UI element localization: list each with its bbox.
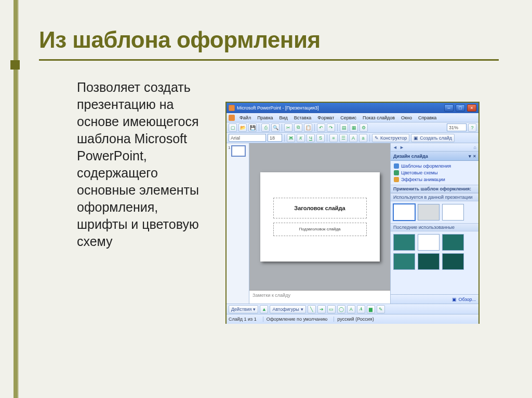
status-lang: русский (Россия) [334,317,374,322]
menu-help[interactable]: Справка [416,115,439,121]
menu-slideshow[interactable]: Показ слайдов [360,115,397,121]
home-icon[interactable]: ⌂ [474,145,476,150]
bold-button[interactable]: Ж [287,134,295,142]
redo-icon[interactable]: ↷ [327,123,335,132]
templates-icon [394,163,399,169]
menu-view[interactable]: Вид [277,115,290,121]
print-icon[interactable]: ⎙ [261,123,270,132]
linecolor-icon[interactable]: ✎ [377,305,385,313]
rect-icon[interactable]: ▭ [327,305,336,313]
hyperlink-icon[interactable]: ⚙ [360,123,368,132]
link-colors[interactable]: Цветовые схемы [394,170,475,175]
title-bullet [10,60,20,70]
window-title: Microsoft PowerPoint - [Презентация3] [237,105,318,111]
autoshapes-button[interactable]: Автофигуры▾ [270,305,305,313]
forward-icon[interactable]: ► [400,145,404,150]
cut-icon[interactable]: ✂ [284,123,292,132]
underline-button[interactable]: Ч [307,134,315,142]
maximize-button[interactable]: □ [456,104,465,112]
template-thumb[interactable] [442,204,464,221]
constructor-label: Конструктор [380,135,407,141]
used-thumbs [391,201,478,223]
chevron-down-icon: ▾ [253,307,256,312]
task-pane: ◄ ► ⌂ Дизайн слайда ▾ × Шаблоны оформлен… [390,143,478,304]
close-pane-icon[interactable]: × [473,154,476,159]
browse-link[interactable]: Обзор... [459,297,476,302]
pointer-icon[interactable]: ▲ [260,305,268,313]
new-slide-button[interactable]: ▣ Создать слайд [411,134,455,142]
bullets-icon[interactable]: ☰ [339,134,348,142]
chart-icon[interactable]: ▤ [340,123,348,132]
dropdown-icon[interactable]: ▾ [469,154,471,159]
menu-format[interactable]: Формат [315,115,337,121]
undo-icon[interactable]: ↶ [317,123,325,132]
recent-thumbs [391,231,478,272]
actions-label: Действия [231,307,251,312]
menu-window[interactable]: Окно [398,115,415,121]
menu-insert[interactable]: Вставка [291,115,314,121]
preview-icon[interactable]: 🔍 [271,123,280,132]
recent-label: Последние использованные [391,223,478,231]
notes-pane[interactable]: Заметки к слайду [249,290,390,304]
template-thumb[interactable] [393,204,415,221]
document-icon [229,115,235,121]
title-placeholder[interactable]: Заголовок слайда [273,198,367,218]
autoshapes-label: Автофигуры [272,307,299,312]
arrow-icon[interactable]: ➔ [317,305,326,313]
subtitle-placeholder[interactable]: Подзаголовок слайда [273,223,367,236]
menu-file[interactable]: Файл [237,115,254,121]
table-icon[interactable]: ▦ [350,123,358,132]
template-thumb[interactable] [418,234,440,251]
template-thumb[interactable] [393,234,415,251]
italic-button[interactable]: К [297,134,305,142]
slide-thumbnail[interactable] [231,145,246,157]
slide-canvas[interactable]: Заголовок слайда Подзаголовок слайда [249,143,390,290]
link-effects[interactable]: Эффекты анимации [394,177,475,182]
textbox-icon[interactable]: A [347,305,355,313]
slide-thumbnails-pane[interactable]: 1 [227,143,249,304]
link-templates-label: Шаблоны оформления [401,163,451,169]
increase-font-icon[interactable]: A [349,134,357,142]
line-icon[interactable]: ╲ [308,305,316,313]
decrease-font-icon[interactable]: a [359,134,367,142]
paste-icon[interactable]: 📋 [304,123,312,132]
constructor-button[interactable]: ✎ Конструктор [372,134,409,142]
status-slide: Слайд 1 из 1 [229,317,257,322]
close-button[interactable]: × [467,104,476,112]
template-thumb[interactable] [393,253,415,270]
template-thumb[interactable] [418,204,440,221]
font-combo[interactable]: Arial [229,134,266,142]
status-design: Оформление по умолчанию [263,317,328,322]
fontsize-combo[interactable]: 18 [268,134,282,142]
template-thumb[interactable] [442,253,464,270]
save-icon[interactable]: 💾 [248,123,257,132]
template-thumb[interactable] [442,234,464,251]
copy-icon[interactable]: ⧉ [294,123,302,132]
align-left-icon[interactable]: ≡ [329,134,338,142]
new-icon[interactable]: ▢ [229,123,237,132]
design-icon: ✎ [375,135,379,141]
shadow-button[interactable]: S [316,134,325,142]
help-icon[interactable]: ? [468,123,476,132]
status-bar: Слайд 1 из 1 Оформление по умолчанию рус… [227,314,478,324]
actions-button[interactable]: Действия▾ [229,305,258,313]
back-icon[interactable]: ◄ [393,145,397,150]
open-icon[interactable]: 📂 [238,123,247,132]
link-templates[interactable]: Шаблоны оформления [394,163,475,169]
window-titlebar: Microsoft PowerPoint - [Презентация3] – … [227,103,478,113]
minimize-button[interactable]: – [444,104,454,112]
wordart-icon[interactable]: 𝑨 [357,305,365,313]
menu-edit[interactable]: Правка [255,115,275,121]
apply-template-label: Применить шаблон оформления: [391,185,478,193]
template-thumb[interactable] [418,253,440,270]
oval-icon[interactable]: ◯ [337,305,345,313]
title-area: Из шаблона оформления [39,27,501,61]
fill-icon[interactable]: ▆ [367,305,375,313]
taskpane-nav: ◄ ► ⌂ [391,143,478,152]
taskpane-footer: ▣ Обзор... [391,294,478,304]
menu-tools[interactable]: Сервис [338,115,359,121]
slide-paper: Заголовок слайда Подзаголовок слайда [260,172,380,262]
zoom-combo[interactable]: 31% [447,123,467,131]
taskpane-title: Дизайн слайда [393,154,428,159]
powerpoint-window: Microsoft PowerPoint - [Презентация3] – … [225,102,480,324]
